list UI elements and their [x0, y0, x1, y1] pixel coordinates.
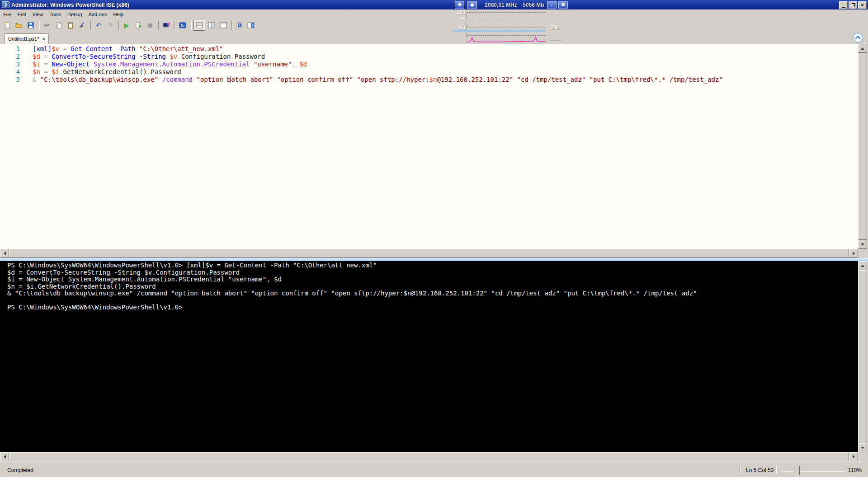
toolbar-separator [158, 21, 159, 30]
cpu-usage-sparkline [467, 9, 545, 43]
run-icon: ▶ [124, 22, 129, 28]
console-scroll-right-button[interactable] [849, 452, 858, 461]
console-scroll-down-button[interactable] [858, 443, 867, 452]
menu-item-help[interactable]: Help [110, 10, 127, 19]
open-script-button[interactable] [14, 20, 24, 30]
cpu-usage-percent: 2% [551, 24, 558, 31]
editor-scroll-down-button[interactable] [858, 240, 867, 249]
editor-scroll-right-button[interactable] [849, 249, 858, 258]
console-scroll-left-button[interactable] [0, 452, 9, 461]
squeegee-icon [79, 22, 86, 29]
code-line[interactable]: 2$d = ConvertTo-SecureString -String $v.… [0, 53, 858, 61]
arrow-right-icon [853, 455, 855, 458]
minimize-icon [842, 7, 845, 8]
zero-baseline-tick [549, 40, 562, 41]
code-line[interactable]: 5& "C:\tools\db_backup\winscp.exe" /comm… [0, 76, 858, 84]
zoom-slider-thumb[interactable] [794, 466, 800, 475]
new-powershell-tab-button[interactable] [234, 20, 245, 30]
close-x-icon: ✖ [561, 2, 565, 7]
arrow-right-icon [853, 252, 855, 255]
code-lines: 1[xml]$v = Get-Content -Path "C:\Other\a… [0, 44, 858, 84]
redo-button[interactable]: ↷ [105, 20, 116, 30]
layout-top-icon [196, 22, 203, 28]
cpu-monitor-gadget: ✚ ◆ 2080,31 MHz 5056 Mb ↓ ✖ 100 75 50 2% [453, 0, 572, 45]
minimize-button[interactable] [839, 1, 848, 9]
stop-execution-button[interactable]: ■ [145, 20, 156, 30]
editor-hscroll-thumb[interactable] [9, 249, 849, 258]
status-separator [740, 466, 741, 474]
menu-bar: FileEditViewToolsDebugAdd-onsHelp [0, 9, 868, 19]
editor-scroll-left-button[interactable] [0, 249, 9, 258]
powershell-ise-window: Administrator: Windows PowerShell ISE (x… [0, 0, 868, 477]
run-script-button[interactable]: ▶ [121, 20, 132, 30]
paste-button[interactable] [65, 20, 76, 30]
show-script-pane-maximized-button[interactable] [218, 20, 229, 30]
run-selection-icon [135, 22, 142, 29]
cut-button[interactable]: ✂ [42, 20, 52, 30]
axis-label-75: 75 [453, 17, 465, 23]
layout-right-icon [208, 22, 215, 28]
restore-button[interactable] [849, 1, 857, 9]
menu-item-view[interactable]: View [29, 10, 47, 19]
menu-item-add-ons[interactable]: Add-ons [85, 10, 110, 19]
undo-icon: ↶ [96, 22, 101, 28]
editor-vscroll-thumb[interactable] [858, 53, 867, 240]
gadget-close-button[interactable]: ✖ [558, 1, 568, 9]
script-pane-collapse-button[interactable] [853, 33, 863, 43]
tab-untitled1[interactable]: Untitled1.ps1* × [5, 33, 49, 44]
menu-item-file[interactable]: File [0, 10, 14, 19]
zoom-slider-track[interactable] [782, 470, 844, 472]
code-line[interactable]: 4$n = $i.GetNetworkCredential().Password [0, 68, 858, 76]
save-script-button[interactable] [25, 20, 36, 30]
new-script-button[interactable] [2, 20, 13, 30]
close-button[interactable]: × [858, 1, 867, 9]
script-editor-pane[interactable]: 1[xml]$v = Get-Content -Path "C:\Other\a… [0, 44, 858, 249]
pane-splitter[interactable] [0, 258, 868, 261]
memory-amount: 5056 Mb [521, 2, 546, 8]
new-file-icon [4, 22, 11, 29]
axis-label-100: 100 [453, 9, 465, 15]
menu-item-tools[interactable]: Tools [46, 10, 64, 19]
toolbar-separator [118, 21, 119, 30]
new-remote-powershell-tab-button[interactable] [161, 20, 172, 30]
down-arrow-icon: ↓ [551, 2, 553, 7]
tab-label: Untitled1.ps1* [8, 36, 39, 42]
run-selection-button[interactable] [133, 20, 144, 30]
tab-close-icon[interactable]: × [42, 37, 45, 41]
arrow-up-icon [861, 265, 864, 267]
start-powershell-exe-button[interactable] [177, 20, 188, 30]
clear-console-pane-button[interactable] [77, 20, 88, 30]
gadget-move-button[interactable]: ✚ [455, 1, 464, 9]
menu-item-edit[interactable]: Edit [14, 10, 29, 19]
arrow-down-icon [861, 243, 864, 246]
status-bar: Completed Ln 5 Col 53 110% [0, 463, 868, 477]
code-line[interactable]: 1[xml]$v = Get-Content -Path "C:\Other\a… [0, 45, 858, 53]
editor-scroll-up-button[interactable] [858, 44, 867, 53]
copy-button[interactable] [53, 20, 64, 30]
code-line[interactable]: 3$i = New-Object System.Management.Autom… [0, 61, 858, 68]
copy-icon [55, 22, 62, 29]
console-vscroll-thumb[interactable] [858, 270, 867, 443]
toolbar-separator [231, 21, 232, 30]
open-folder-icon [15, 22, 23, 29]
window-title: Administrator: Windows PowerShell ISE (x… [11, 2, 129, 8]
undo-button[interactable]: ↶ [93, 20, 104, 30]
console-scroll-up-button[interactable] [858, 261, 867, 270]
arrow-down-icon [861, 447, 864, 449]
show-script-pane-top-button[interactable] [193, 20, 205, 31]
show-script-pane-right-button[interactable] [206, 20, 217, 30]
gadget-options-button[interactable]: ◆ [467, 1, 477, 9]
new-tab-icon [236, 22, 243, 29]
gadget-minimize-button[interactable]: ↓ [547, 1, 557, 9]
console-output: PS C:\Windows\SysWOW64\WindowsPowerShell… [0, 261, 858, 311]
menu-item-debug[interactable]: Debug [64, 10, 85, 19]
redo-icon: ↷ [108, 22, 113, 28]
close-icon: × [861, 3, 863, 8]
clipboard-icon [67, 22, 74, 29]
toolbar-separator [175, 21, 175, 30]
console-hscroll-thumb[interactable] [9, 452, 849, 461]
console-pane[interactable]: PS C:\Windows\SysWOW64\WindowsPowerShell… [0, 261, 858, 452]
cpu-frequency: 2080,31 MHz [481, 2, 520, 8]
toggle-script-pane-button[interactable] [246, 20, 257, 30]
restore-icon [851, 4, 855, 7]
